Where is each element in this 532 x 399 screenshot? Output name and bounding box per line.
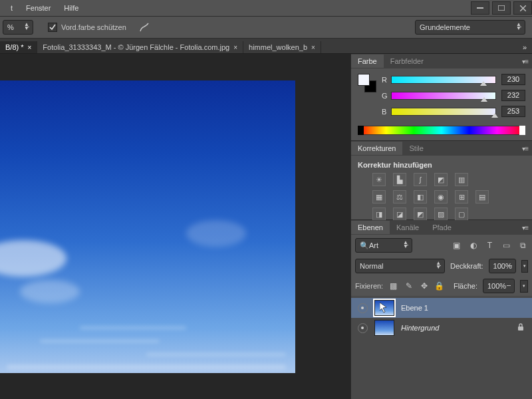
tab-color[interactable]: Farbe (351, 55, 384, 68)
layers-panel: Ebenen Kanäle Pfade ▾≡ 🔍 Art▲▼ ▣ ◐ T ▭ ⧉… (351, 220, 532, 399)
document-tab[interactable]: Fotolia_31333343_M - © Jürgen Fälchle - … (37, 41, 243, 53)
close-button[interactable] (513, 1, 532, 15)
close-tab-icon[interactable]: × (28, 44, 32, 51)
hue-icon[interactable]: ▦ (372, 190, 386, 203)
fill-scrub-icon[interactable]: ▾ (520, 280, 528, 293)
vibrance-icon[interactable]: ▥ (455, 173, 468, 186)
value-g[interactable]: 232 (501, 90, 525, 101)
tab-styles[interactable]: Stile (402, 142, 430, 155)
options-bar: %▲▼ Vord.farbe schützen Grundelemente▲▼ (0, 16, 532, 39)
foreground-swatch[interactable] (358, 74, 370, 86)
fill-label: Fläche: (454, 282, 477, 290)
value-b[interactable]: 253 (501, 106, 525, 117)
adjustments-heading: Korrektur hinzufügen (358, 161, 525, 169)
channel-label-g: G (382, 92, 391, 100)
tab-adjustments[interactable]: Korrekturen (351, 142, 402, 155)
layer-kind-select[interactable]: 🔍 Art▲▼ (355, 238, 412, 253)
opacity-scrub-icon[interactable]: ▾ (521, 260, 528, 273)
posterize-icon[interactable]: ◪ (393, 207, 406, 221)
layer-thumbnail[interactable] (374, 320, 394, 336)
canvas-area (0, 54, 350, 399)
window-controls (468, 1, 532, 15)
layer-list: Ebene 1 Hintergrund (351, 296, 532, 399)
layer-filter-bar: 🔍 Art▲▼ ▣ ◐ T ▭ ⧉ (351, 235, 532, 256)
layer-row[interactable]: Ebene 1 (351, 298, 532, 318)
lock-position-icon[interactable]: ✥ (419, 281, 429, 291)
gradient-map-icon[interactable]: ▨ (434, 207, 448, 221)
filter-smart-icon[interactable]: ⧉ (518, 241, 528, 251)
svg-marker-4 (380, 303, 386, 313)
invert-icon[interactable]: ◨ (372, 207, 386, 221)
panel-menu-icon[interactable]: ▾≡ (522, 224, 528, 231)
brightness-icon[interactable]: ☀ (372, 173, 386, 186)
brush-icon[interactable] (138, 21, 150, 33)
menu-item[interactable]: t (4, 2, 19, 14)
panel-menu-icon[interactable]: ▾≡ (522, 145, 528, 152)
curves-icon[interactable]: ∫ (414, 173, 427, 186)
selective-color-icon[interactable]: ▢ (455, 207, 468, 221)
bw-icon[interactable]: ◧ (414, 190, 427, 203)
menu-bar: t Fenster Hilfe (0, 0, 532, 16)
color-panel: Farbe Farbfelder ▾≡ R 230 G (351, 54, 532, 141)
fill-value[interactable]: 100% (483, 279, 515, 293)
photo-filter-icon[interactable]: ◉ (434, 190, 448, 203)
svg-rect-0 (477, 7, 483, 9)
menu-item-help[interactable]: Hilfe (57, 2, 85, 14)
workspace-select[interactable]: Grundelemente▲▼ (415, 20, 525, 35)
document-canvas[interactable] (0, 80, 295, 373)
blend-opacity-row: Normal▲▼ Deckkraft: 100% ▾ (351, 256, 532, 276)
channel-label-r: R (382, 76, 391, 84)
minimize-button[interactable] (471, 1, 489, 15)
visibility-icon[interactable] (358, 323, 368, 333)
exposure-icon[interactable]: ◩ (434, 173, 448, 186)
maximize-button[interactable] (492, 1, 511, 15)
percent-select[interactable]: %▲▼ (3, 20, 33, 35)
close-tab-icon[interactable]: × (311, 44, 315, 51)
panel-column: Farbe Farbfelder ▾≡ R 230 G (350, 54, 532, 399)
slider-g[interactable] (391, 92, 496, 100)
tab-layers[interactable]: Ebenen (351, 221, 390, 234)
tab-paths[interactable]: Pfade (426, 221, 458, 234)
tab-channels[interactable]: Kanäle (390, 221, 426, 234)
lock-fill-row: Fixieren: ▩ ✎ ✥ 🔒 Fläche: 100% ▾ (351, 276, 532, 296)
blend-mode-select[interactable]: Normal▲▼ (355, 259, 445, 273)
lock-label: Fixieren: (355, 282, 383, 290)
filter-type-icon[interactable]: T (485, 241, 495, 251)
lock-pixels-icon[interactable]: ✎ (404, 281, 414, 291)
adjustments-panel: Korrekturen Stile ▾≡ Korrektur hinzufüge… (351, 141, 532, 220)
lock-transparency-icon[interactable]: ▩ (388, 281, 398, 291)
lut-icon[interactable]: ▤ (475, 190, 489, 203)
slider-b[interactable] (391, 108, 496, 116)
balance-icon[interactable]: ⚖ (393, 190, 406, 203)
protect-fg-checkbox[interactable] (48, 23, 57, 32)
fg-bg-swatches[interactable] (358, 74, 376, 92)
threshold-icon[interactable]: ◩ (414, 207, 427, 221)
menu-item-window[interactable]: Fenster (19, 2, 57, 14)
filter-adjust-icon[interactable]: ◐ (468, 241, 478, 251)
opacity-value[interactable]: 100% (489, 259, 516, 273)
document-tab[interactable]: himmel_wolken_b× (243, 41, 321, 53)
filter-pixel-icon[interactable]: ▣ (452, 241, 462, 251)
close-tab-icon[interactable]: × (233, 44, 237, 51)
svg-rect-5 (518, 327, 523, 331)
tab-swatches[interactable]: Farbfelder (384, 55, 430, 68)
channel-label-b: B (382, 108, 391, 116)
layer-thumbnail[interactable] (374, 300, 394, 316)
layer-name[interactable]: Hintergrund (401, 324, 439, 332)
slider-r[interactable] (391, 76, 496, 84)
document-tab[interactable]: B/8) *× (0, 41, 37, 53)
lock-all-icon[interactable]: 🔒 (434, 281, 444, 291)
layer-name[interactable]: Ebene 1 (401, 304, 428, 312)
levels-icon[interactable]: ▙ (393, 173, 406, 186)
channel-mixer-icon[interactable]: ⊞ (455, 190, 468, 203)
svg-rect-1 (498, 5, 505, 11)
document-tabs: B/8) *× Fotolia_31333343_M - © Jürgen Fä… (0, 39, 532, 54)
filter-shape-icon[interactable]: ▭ (501, 241, 511, 251)
spectrum-ramp[interactable] (358, 126, 525, 135)
panel-menu-icon[interactable]: ▾≡ (522, 58, 528, 65)
lock-icon (517, 323, 525, 332)
visibility-icon[interactable] (358, 303, 368, 313)
value-r[interactable]: 230 (501, 74, 525, 85)
tabs-overflow-button[interactable]: » (517, 41, 532, 53)
layer-row[interactable]: Hintergrund (351, 318, 532, 338)
